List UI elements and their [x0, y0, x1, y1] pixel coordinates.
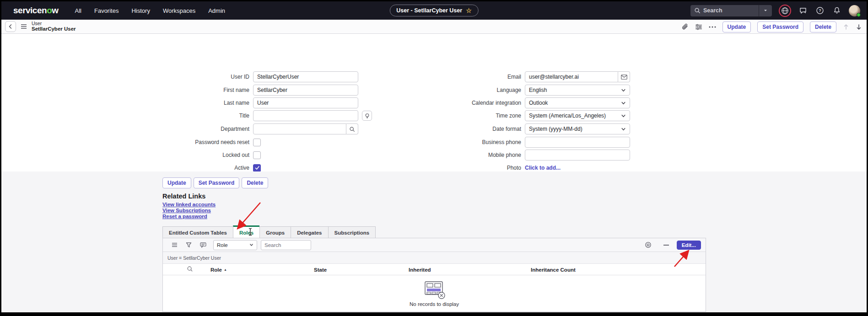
favorite-star-icon[interactable]: ☆: [466, 7, 472, 14]
previous-record-icon[interactable]: [843, 24, 849, 30]
form-context-menu-icon[interactable]: [21, 24, 27, 29]
column-header-inherited[interactable]: Inherited: [409, 264, 431, 275]
list-header-row: Role ▲ State Inherited Inheritance Count: [163, 264, 706, 275]
department-label: Department: [175, 126, 253, 132]
search-field-select[interactable]: Role: [213, 240, 257, 250]
breadcrumb[interactable]: User = SetllarCyber User: [167, 255, 221, 261]
user-form: User ID First name Last name Title Depar…: [1, 34, 867, 171]
column-search-icon[interactable]: [187, 266, 193, 272]
photo-label: Photo: [447, 165, 525, 171]
list-search-input[interactable]: [261, 240, 311, 250]
attachment-paperclip-icon[interactable]: [681, 23, 689, 31]
search-scope-caret[interactable]: [759, 5, 772, 16]
context-pill[interactable]: User - SetllarCyber User ☆: [389, 5, 478, 16]
roles-list-card: Role Edit... User = SetllarCyber User: [162, 238, 706, 312]
title-suggestion-button[interactable]: [362, 111, 372, 121]
language-select[interactable]: English: [525, 85, 630, 96]
photo-click-to-add-link[interactable]: Click to add...: [525, 165, 561, 171]
title-input[interactable]: [253, 110, 358, 121]
first-name-input[interactable]: [253, 85, 358, 96]
column-header-inheritance-count[interactable]: Inheritance Count: [531, 264, 576, 275]
top-nav-bar: servicenow All Favorites History Workspa…: [1, 1, 867, 20]
column-header-state[interactable]: State: [314, 264, 327, 275]
set-password-button[interactable]: Set Password: [757, 21, 803, 32]
column-header-state-label: State: [314, 267, 327, 273]
personalize-form-icon[interactable]: [695, 24, 702, 30]
view-subscriptions-link[interactable]: View Subscriptions: [162, 208, 216, 213]
chevron-down-icon: [621, 127, 626, 132]
back-button[interactable]: [5, 21, 16, 32]
collapse-list-icon[interactable]: [663, 244, 669, 246]
footer-update-button[interactable]: Update: [162, 177, 191, 188]
field-row-date-format: Date format System (yyyy-MM-dd): [447, 123, 630, 134]
tab-delegates[interactable]: Delegates: [291, 226, 328, 239]
calendar-integration-select[interactable]: Outlook: [525, 97, 630, 108]
title-label: Title: [175, 112, 253, 119]
more-options-icon[interactable]: [709, 26, 716, 28]
email-input[interactable]: [525, 71, 618, 82]
field-row-first-name: First name: [175, 85, 358, 96]
user-id-input[interactable]: [253, 71, 358, 82]
edit-button[interactable]: Edit...: [677, 241, 701, 250]
footer-set-password-button[interactable]: Set Password: [194, 177, 240, 188]
business-phone-input[interactable]: [525, 137, 630, 148]
field-row-email: Email: [447, 71, 630, 82]
notifications-bell-icon[interactable]: [832, 5, 842, 16]
first-name-label: First name: [175, 87, 253, 93]
logo-text-end: w: [52, 5, 58, 16]
calendar-integration-label: Calendar integration: [447, 100, 525, 106]
last-name-input[interactable]: [253, 97, 358, 108]
nav-item-history[interactable]: History: [131, 7, 150, 14]
list-settings-gear-icon[interactable]: [645, 241, 652, 248]
filter-funnel-icon[interactable]: [186, 242, 192, 248]
field-row-department: Department: [175, 123, 358, 134]
chevron-down-icon: [621, 101, 626, 106]
department-lookup-button[interactable]: [346, 123, 358, 134]
list-context-menu-icon[interactable]: [172, 242, 178, 247]
tab-entitled-custom-tables[interactable]: Entitled Custom Tables: [162, 226, 233, 239]
chat-icon[interactable]: [798, 5, 808, 16]
user-avatar[interactable]: [849, 5, 860, 16]
next-record-icon[interactable]: [856, 24, 862, 30]
update-button[interactable]: Update: [722, 21, 751, 32]
related-list-tabs: Entitled Custom Tables Roles Groups Dele…: [162, 225, 376, 239]
mobile-phone-input[interactable]: [525, 150, 630, 161]
servicenow-logo[interactable]: servicenow: [13, 5, 59, 16]
time-zone-select[interactable]: System (America/Los_Angeles): [525, 110, 630, 121]
list-breadcrumb-row: User = SetllarCyber User: [163, 252, 706, 264]
personalize-list-icon[interactable]: [200, 242, 206, 248]
chevron-down-icon: [621, 88, 626, 93]
send-email-button[interactable]: [618, 71, 630, 82]
global-search-input[interactable]: [703, 7, 759, 14]
reset-a-password-link[interactable]: Reset a password: [162, 214, 216, 219]
department-input[interactable]: [253, 123, 346, 134]
nav-item-all[interactable]: All: [75, 7, 81, 14]
nav-item-admin[interactable]: Admin: [208, 7, 225, 14]
tab-subscriptions[interactable]: Subscriptions: [328, 226, 376, 239]
date-format-select[interactable]: System (yyyy-MM-dd): [525, 123, 630, 134]
locked-out-checkbox[interactable]: [253, 151, 261, 159]
tab-groups[interactable]: Groups: [259, 226, 291, 239]
view-linked-accounts-link[interactable]: View linked accounts: [162, 202, 216, 207]
field-row-language: Language English: [447, 85, 630, 96]
active-checkbox[interactable]: [253, 164, 261, 172]
password-needs-reset-checkbox[interactable]: [253, 139, 261, 146]
footer-delete-button[interactable]: Delete: [242, 177, 268, 188]
sort-ascending-icon: ▲: [224, 268, 227, 271]
nav-item-workspaces[interactable]: Workspaces: [163, 7, 195, 14]
tab-roles[interactable]: Roles: [233, 225, 259, 239]
lookup-search-icon: [349, 126, 355, 132]
delete-button[interactable]: Delete: [810, 21, 836, 32]
active-label: Active: [175, 165, 253, 171]
logo-text: servicen: [13, 5, 47, 16]
column-header-role[interactable]: Role ▲: [210, 264, 227, 275]
chevron-down-icon: [621, 113, 626, 118]
globe-highlight-ring[interactable]: [779, 5, 791, 17]
form-footer-buttons: Update Set Password Delete: [162, 177, 268, 188]
lower-section: Update Set Password Delete Related Links…: [1, 171, 867, 312]
nav-item-favorites[interactable]: Favorites: [94, 7, 119, 14]
column-header-role-label: Role: [210, 267, 222, 273]
language-label: Language: [447, 87, 525, 93]
lightbulb-icon: [364, 113, 370, 119]
help-icon[interactable]: ?: [815, 5, 825, 16]
